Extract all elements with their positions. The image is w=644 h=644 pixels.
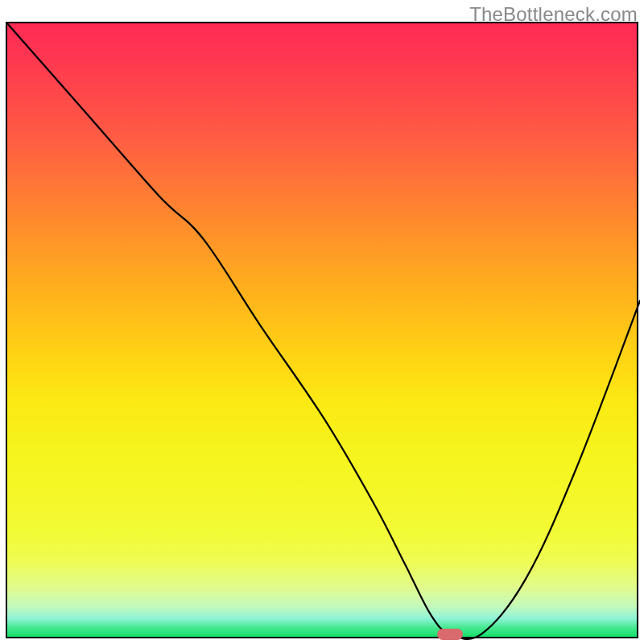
- bottleneck-curve: [7, 23, 640, 640]
- optimal-point-marker: [437, 629, 463, 640]
- chart-plot-area: [6, 22, 638, 638]
